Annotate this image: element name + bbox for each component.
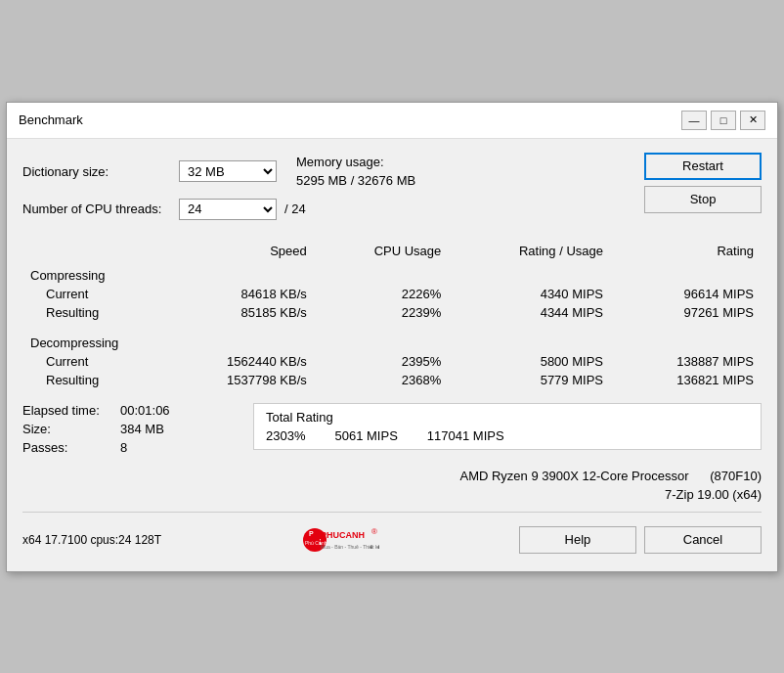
bottom-left: x64 17.7100 cpus:24 128T [22, 533, 161, 547]
decompressing-label: Decompressing [22, 328, 762, 352]
total-mips1: 5061 MIPS [334, 428, 397, 443]
threads-row: Number of CPU threads: 24 / 24 [22, 199, 629, 220]
left-controls: Dictionary size: 32 MB Memory usage: 529… [22, 153, 629, 228]
compressing-current-rating: 96614 MIPS [611, 285, 762, 303]
left-stats: Elapsed time: 00:01:06 Size: 384 MB Pass… [22, 403, 238, 459]
compressing-resulting-row: Resulting 85185 KB/s 2239% 4344 MIPS 972… [22, 303, 762, 322]
decompressing-resulting-rating: 136821 MIPS [611, 371, 762, 389]
elapsed-row: Elapsed time: 00:01:06 [22, 403, 238, 418]
bottom-section: Elapsed time: 00:01:06 Size: 384 MB Pass… [22, 403, 762, 459]
stop-button[interactable]: Stop [644, 186, 762, 213]
compressing-current-speed: 84618 KB/s [159, 285, 315, 303]
compressing-resulting-rating: 97261 MIPS [611, 303, 762, 322]
size-row: Size: 384 MB [22, 422, 238, 436]
main-content: Dictionary size: 32 MB Memory usage: 529… [7, 139, 777, 571]
cmd-text: x64 17.7100 cpus:24 128T [22, 533, 161, 547]
thread-suffix: / 24 [284, 202, 306, 216]
table-header-row: Speed CPU Usage Rating / Usage Rating [22, 242, 762, 260]
decompressing-current-rating-usage: 5800 MIPS [449, 352, 611, 371]
compressing-current-label: Current [22, 285, 159, 303]
elapsed-label: Elapsed time: [22, 403, 120, 418]
col-header-cpu: CPU Usage [315, 242, 450, 260]
compressing-resulting-label: Resulting [22, 303, 159, 322]
dict-size-select[interactable]: 32 MB [179, 160, 277, 182]
total-rating-title: Total Rating [266, 410, 749, 425]
logo-area: P Phú Cảnh PHUCANH Mua - Bán - Thuê - Th… [301, 522, 379, 558]
zip-info: 7-Zip 19.00 (x64) [22, 487, 762, 502]
window-title: Benchmark [19, 112, 83, 127]
decompressing-resulting-label: Resulting [22, 371, 159, 389]
title-bar: Benchmark — □ ✕ [7, 103, 777, 139]
compressing-header-row: Compressing [22, 260, 762, 285]
memory-label: Memory usage: [296, 153, 415, 172]
close-button[interactable]: ✕ [740, 111, 765, 130]
decompressing-resulting-row: Resulting 1537798 KB/s 2368% 5779 MIPS 1… [22, 371, 762, 389]
compressing-label: Compressing [22, 260, 762, 285]
benchmark-window: Benchmark — □ ✕ Dictionary size: 32 MB M [6, 102, 778, 572]
total-rating-box: Total Rating 2303% 5061 MIPS 117041 MIPS [253, 403, 762, 450]
decompressing-current-cpu: 2395% [315, 352, 450, 371]
decompressing-resulting-rating-usage: 5779 MIPS [449, 371, 611, 389]
compressing-resulting-rating-usage: 4344 MIPS [449, 303, 611, 322]
col-header-speed: Speed [159, 242, 315, 260]
cpu-info: AMD Ryzen 9 3900X 12-Core Processor (870… [22, 469, 762, 483]
decompressing-current-label: Current [22, 352, 159, 371]
results-table: Speed CPU Usage Rating / Usage Rating Co… [22, 242, 762, 389]
right-buttons: Restart Stop [644, 153, 762, 213]
threads-select-wrapper: 24 [179, 199, 277, 220]
cpu-code: (870F10) [710, 469, 762, 483]
elapsed-value: 00:01:06 [120, 403, 170, 418]
top-controls: Dictionary size: 32 MB Memory usage: 529… [22, 153, 762, 228]
restart-button[interactable]: Restart [644, 153, 762, 180]
decompressing-resulting-speed: 1537798 KB/s [159, 371, 315, 389]
decompressing-current-speed: 1562440 KB/s [159, 352, 315, 371]
memory-value: 5295 MB / 32676 MB [296, 171, 415, 191]
decompressing-current-row: Current 1562440 KB/s 2395% 5800 MIPS 138… [22, 352, 762, 371]
size-label: Size: [22, 422, 120, 436]
compressing-current-row: Current 84618 KB/s 2226% 4340 MIPS 96614… [22, 285, 762, 303]
threads-label: Number of CPU threads: [22, 202, 179, 216]
window-controls: — □ ✕ [681, 111, 765, 130]
maximize-button[interactable]: □ [711, 111, 736, 130]
cpu-name: AMD Ryzen 9 3900X 12-Core Processor [459, 469, 688, 483]
bottom-buttons: Help Cancel [519, 526, 762, 554]
dict-size-label: Dictionary size: [22, 164, 179, 179]
svg-text:®: ® [371, 527, 377, 536]
total-cpu: 2303% [266, 428, 305, 443]
compressing-resulting-cpu: 2239% [315, 303, 450, 322]
total-rating-values: 2303% 5061 MIPS 117041 MIPS [266, 428, 749, 443]
compressing-resulting-speed: 85185 KB/s [159, 303, 315, 322]
help-button[interactable]: Help [519, 526, 636, 554]
col-header-name [22, 242, 159, 260]
threads-select[interactable]: 24 [179, 199, 277, 220]
passes-row: Passes: 8 [22, 440, 238, 455]
total-mips2: 117041 MIPS [427, 428, 504, 443]
decompressing-header-row: Decompressing [22, 328, 762, 352]
passes-label: Passes: [22, 440, 120, 455]
cancel-button[interactable]: Cancel [644, 526, 762, 554]
svg-text:PHUCANH: PHUCANH [321, 530, 365, 540]
col-header-rating-usage: Rating / Usage [449, 242, 611, 260]
bottom-bar: x64 17.7100 cpus:24 128T P Phú Cảnh PHUC… [22, 512, 762, 558]
dict-size-select-wrapper: 32 MB [179, 160, 277, 182]
size-value: 384 MB [120, 422, 164, 436]
passes-value: 8 [120, 440, 127, 455]
svg-text:Mua - Bán - Thuê - Thiết kế we: Mua - Bán - Thuê - Thiết kế website [321, 544, 379, 550]
dict-size-row: Dictionary size: 32 MB Memory usage: 529… [22, 153, 629, 191]
col-header-rating: Rating [611, 242, 762, 260]
compressing-current-rating-usage: 4340 MIPS [449, 285, 611, 303]
decompressing-resulting-cpu: 2368% [315, 371, 450, 389]
minimize-button[interactable]: — [681, 111, 707, 130]
compressing-current-cpu: 2226% [315, 285, 450, 303]
decompressing-current-rating: 138887 MIPS [611, 352, 762, 371]
svg-text:P: P [309, 530, 314, 537]
phucanh-logo: P Phú Cảnh PHUCANH Mua - Bán - Thuê - Th… [301, 522, 379, 558]
memory-info: Memory usage: 5295 MB / 32676 MB [296, 153, 415, 191]
